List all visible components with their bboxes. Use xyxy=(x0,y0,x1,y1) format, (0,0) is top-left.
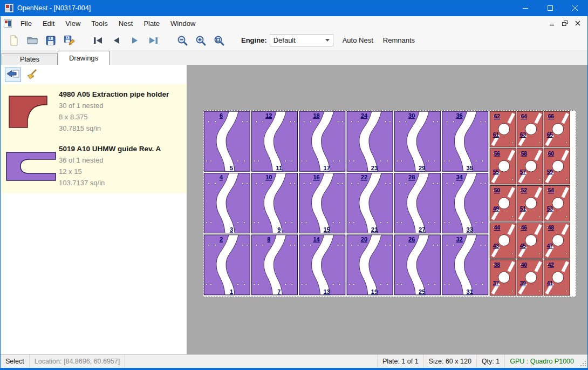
svg-text:54: 54 xyxy=(548,187,555,193)
purple-part-pair[interactable]: 43 xyxy=(204,173,250,233)
last-arrow-icon xyxy=(147,35,159,46)
svg-text:2: 2 xyxy=(220,236,223,243)
clear-nest-button[interactable] xyxy=(24,68,40,82)
svg-text:21: 21 xyxy=(371,226,378,233)
status-mode: Select xyxy=(1,355,30,368)
document-icon xyxy=(4,19,12,28)
next-plate-button[interactable] xyxy=(126,32,144,49)
menu-file[interactable]: File xyxy=(15,17,37,30)
maximize-button[interactable] xyxy=(538,0,563,16)
first-plate-button[interactable] xyxy=(89,32,107,49)
svg-text:64: 64 xyxy=(521,113,528,119)
red-part-pair[interactable]: 4645 xyxy=(517,223,543,258)
zoom-fit-button[interactable] xyxy=(210,32,228,49)
purple-part-pair[interactable]: 2221 xyxy=(347,173,393,233)
purple-part-pair[interactable]: 2019 xyxy=(347,235,393,295)
svg-text:25: 25 xyxy=(419,288,425,295)
red-part-pair[interactable]: 6261 xyxy=(490,111,516,147)
red-part-pair[interactable]: 4847 xyxy=(544,223,570,258)
new-button[interactable] xyxy=(5,32,23,49)
purple-part-pair[interactable]: 65 xyxy=(204,111,250,171)
red-part-pair[interactable]: 5857 xyxy=(517,149,543,184)
purple-part-pair[interactable]: 3635 xyxy=(442,111,488,171)
red-part-pair[interactable]: 6463 xyxy=(517,111,543,147)
red-part-pair[interactable]: 4443 xyxy=(490,223,516,258)
red-part-pair[interactable]: 5049 xyxy=(490,186,516,221)
purple-part-pair[interactable]: 2827 xyxy=(394,173,440,233)
purple-part-pair[interactable]: 1615 xyxy=(299,173,345,233)
drawing-list-item[interactable]: 5019 A10 UHMW guide Rev. A 36 of 1 neste… xyxy=(1,139,187,193)
purple-part-pair[interactable]: 1817 xyxy=(299,111,345,171)
next-arrow-icon xyxy=(129,35,141,46)
remnants-button[interactable]: Remnants xyxy=(378,33,420,47)
drawing-nested-count: 36 of 1 nested xyxy=(59,154,183,166)
svg-text:28: 28 xyxy=(408,174,415,180)
auto-nest-button[interactable]: Auto Nest xyxy=(338,33,378,47)
zoom-in-button[interactable] xyxy=(192,32,210,49)
mdi-minimize-button[interactable] xyxy=(545,18,558,29)
menu-nest[interactable]: Nest xyxy=(113,17,139,30)
svg-text:51: 51 xyxy=(520,206,527,212)
red-part-pair[interactable]: 4241 xyxy=(544,260,570,295)
purple-part-pair[interactable]: 2625 xyxy=(394,235,440,295)
red-part-pair[interactable]: 5251 xyxy=(517,186,543,221)
menu-view[interactable]: View xyxy=(60,17,86,30)
engine-select[interactable]: Default xyxy=(270,34,333,46)
resize-grip[interactable] xyxy=(579,355,587,368)
svg-text:20: 20 xyxy=(361,236,367,243)
tab-plates[interactable]: Plates xyxy=(2,53,58,65)
red-part-pair[interactable]: 4039 xyxy=(517,260,543,295)
zoom-out-button[interactable] xyxy=(173,32,192,49)
svg-text:26: 26 xyxy=(408,236,415,243)
purple-part-pair[interactable]: 3029 xyxy=(394,111,440,171)
tab-drawings[interactable]: Drawings xyxy=(58,51,110,65)
mdi-restore-button[interactable] xyxy=(558,18,571,29)
svg-text:3: 3 xyxy=(230,226,233,233)
menu-tools[interactable]: Tools xyxy=(86,17,113,30)
nest-canvas[interactable]: 6512111817242330293635431091615222128273… xyxy=(187,65,587,354)
red-part-pair[interactable]: 5655 xyxy=(490,149,516,184)
plate[interactable]: 6512111817242330293635431091615222128273… xyxy=(203,110,576,297)
svg-text:44: 44 xyxy=(494,225,501,231)
purple-part-pair[interactable]: 109 xyxy=(252,173,298,233)
purple-part-pair[interactable]: 21 xyxy=(204,235,250,295)
previous-arrow-icon xyxy=(111,35,122,46)
purple-part-pair[interactable]: 3231 xyxy=(442,235,488,295)
last-plate-button[interactable] xyxy=(144,32,162,49)
previous-plate-button[interactable] xyxy=(107,32,126,49)
svg-text:9: 9 xyxy=(277,226,281,233)
save-button[interactable] xyxy=(42,32,60,49)
purple-part-pair[interactable]: 2423 xyxy=(347,111,393,171)
svg-text:32: 32 xyxy=(456,236,462,243)
mdi-close-button[interactable] xyxy=(571,18,584,29)
window-title: OpenNest - [N0317-004] xyxy=(17,4,91,12)
red-part-pair[interactable]: 3837 xyxy=(490,260,516,295)
purple-part-pair[interactable]: 3433 xyxy=(442,173,488,233)
purple-part-shape-icon xyxy=(5,151,57,182)
first-arrow-icon xyxy=(92,35,104,46)
purple-part-pair[interactable]: 1211 xyxy=(252,111,298,171)
open-button[interactable] xyxy=(23,32,42,49)
svg-text:52: 52 xyxy=(521,187,528,193)
drawing-list-item[interactable]: 4980 A05 Extraction pipe holder 30 of 1 … xyxy=(1,84,187,139)
red-part-pair[interactable]: 5453 xyxy=(544,186,570,221)
svg-text:15: 15 xyxy=(323,226,330,233)
svg-text:61: 61 xyxy=(493,132,500,138)
save-as-button[interactable] xyxy=(60,32,78,49)
red-part-pair[interactable]: 6665 xyxy=(544,111,570,147)
red-part-pair[interactable]: 6059 xyxy=(544,149,570,184)
svg-text:14: 14 xyxy=(313,236,320,243)
menu-plate[interactable]: Plate xyxy=(138,17,165,30)
menu-window[interactable]: Window xyxy=(165,17,201,30)
open-folder-icon xyxy=(26,35,38,46)
minimize-button[interactable] xyxy=(513,0,538,16)
drawing-size: 8 x 8.375 xyxy=(59,111,183,123)
drawing-title: 5019 A10 UHMW guide Rev. A xyxy=(59,145,183,153)
send-to-plate-button[interactable] xyxy=(5,68,21,82)
menu-edit[interactable]: Edit xyxy=(37,17,60,30)
close-button[interactable] xyxy=(563,0,587,16)
svg-text:49: 49 xyxy=(493,206,500,212)
purple-part-pair[interactable]: 1413 xyxy=(299,235,345,295)
purple-part-pair[interactable]: 87 xyxy=(252,235,298,295)
svg-text:22: 22 xyxy=(361,174,367,180)
